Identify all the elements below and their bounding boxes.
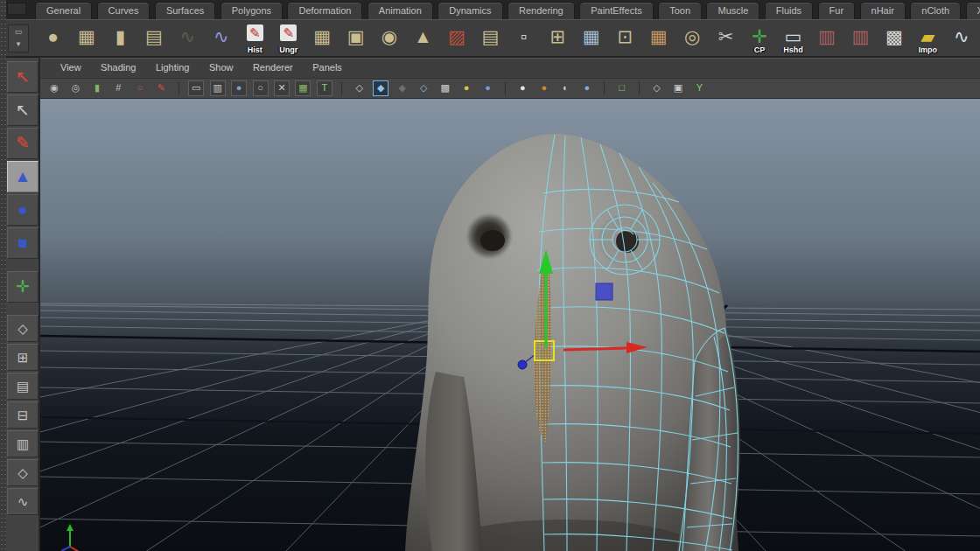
tab-ncloth[interactable]: nCloth	[910, 2, 961, 19]
render-sequence-icon[interactable]: ▥	[812, 22, 841, 55]
menu-panels[interactable]: Panels	[304, 59, 350, 73]
depth-of-field-icon[interactable]: ●	[579, 80, 595, 96]
hypershade-icon[interactable]: ▭ Hshd	[779, 22, 808, 55]
tab-general[interactable]: General	[35, 2, 92, 19]
mirror-geometry-icon[interactable]: ▫	[509, 22, 538, 55]
camera-attributes-icon[interactable]: ◎	[67, 80, 83, 96]
scale-tool[interactable]: ■	[7, 227, 38, 259]
rotate-tool[interactable]: ●	[7, 194, 38, 226]
poly-sphere-icon[interactable]: ●	[38, 22, 67, 55]
bookmark-icon[interactable]: ▮	[89, 80, 105, 96]
poly-cylinder-icon[interactable]: ▮	[106, 22, 135, 55]
wireframe-display-icon[interactable]: ◇	[352, 80, 368, 96]
bridge-icon[interactable]: ▦	[644, 22, 673, 55]
tab-muscle[interactable]: Muscle	[706, 2, 760, 19]
lattice-delete-icon[interactable]: ⊞	[543, 22, 572, 55]
helix-icon[interactable]: ∿	[173, 22, 202, 55]
occlusion-icon[interactable]: ●	[536, 80, 552, 96]
textured-display-icon[interactable]: ◆	[395, 80, 410, 96]
selected-face[interactable]	[596, 283, 612, 300]
film-gate-icon[interactable]: ▭	[188, 80, 204, 96]
checker-display-icon[interactable]: ▩	[438, 80, 453, 96]
layout-hypershade-persp[interactable]: ▥	[7, 430, 38, 457]
tab-deformation[interactable]: Deformation	[287, 2, 362, 19]
resolution-gate-icon[interactable]: ▥	[210, 80, 226, 96]
paint-region-icon[interactable]: ✎	[153, 80, 169, 96]
poly-plane-icon[interactable]: ▤	[139, 22, 168, 55]
scene-canvas[interactable]	[40, 99, 980, 551]
select-camera-icon[interactable]: ◉	[46, 80, 62, 96]
tab-fur[interactable]: Fur	[818, 2, 856, 19]
cut-faces-icon[interactable]: ✂	[711, 22, 740, 55]
tab-rendering[interactable]: Rendering	[508, 2, 575, 19]
tab-nhair[interactable]: nHair	[860, 2, 906, 19]
grid-display-icon[interactable]: #	[110, 80, 126, 96]
menu-renderer[interactable]: Renderer	[245, 59, 301, 73]
lasso-select-tool[interactable]: ↖	[7, 94, 38, 126]
menu-collapse-button[interactable]	[7, 3, 26, 15]
shelf-menu-button[interactable]: ▭ ▾	[8, 24, 29, 52]
combine-icon[interactable]: ▦	[308, 22, 337, 55]
layout-persp-graph[interactable]: ⊟	[7, 401, 38, 429]
gate-mask-icon[interactable]: ●	[231, 80, 247, 96]
import-icon[interactable]: ▰ Impo	[914, 22, 942, 55]
center-pivot-icon[interactable]: ✛ CP	[746, 22, 774, 55]
lasso-curve-icon[interactable]: ∿	[947, 22, 976, 55]
zoom-region-icon[interactable]: ○	[132, 80, 148, 96]
poly-cube-icon[interactable]: ▦	[72, 22, 101, 55]
isolate-select-icon[interactable]: □	[614, 80, 630, 96]
xray-active-components-icon[interactable]: ▣	[670, 80, 686, 96]
menu-view[interactable]: View	[52, 59, 89, 73]
smooth-icon[interactable]: ◉	[375, 22, 404, 55]
manipulator-x-shaft[interactable]	[564, 348, 628, 350]
menu-lighting[interactable]: Lighting	[148, 59, 198, 73]
tab-xgen[interactable]: XGen	[966, 2, 980, 19]
motion-blur-icon[interactable]: ◐	[557, 80, 573, 96]
ungroup-icon[interactable]: ✎ Ungr	[274, 22, 303, 55]
layout-persp-uv[interactable]: ◇	[7, 459, 38, 486]
extrude-icon[interactable]: ⊡	[611, 22, 640, 55]
xray-icon[interactable]: ◇	[649, 80, 665, 96]
all-lights-icon[interactable]: ●	[480, 80, 496, 96]
shadows-icon[interactable]: ●	[514, 80, 530, 96]
wireframe-on-shaded-icon[interactable]: ◇	[416, 80, 431, 96]
booleans-icon[interactable]: ▣	[341, 22, 370, 55]
xray-joints-icon[interactable]: Y	[692, 80, 708, 96]
safe-action-icon[interactable]: ✕	[274, 80, 290, 96]
tab-fluids[interactable]: Fluids	[765, 2, 813, 19]
tab-surfaces[interactable]: Surfaces	[155, 2, 215, 19]
layout-persp-outliner[interactable]: ▤	[7, 373, 38, 400]
tab-toon[interactable]: Toon	[658, 2, 702, 19]
menu-show[interactable]: Show	[201, 59, 242, 73]
layout-graph-editor[interactable]: ∿	[7, 488, 38, 515]
tab-dynamics[interactable]: Dynamics	[438, 2, 502, 19]
reduce-icon[interactable]: ▲	[409, 22, 438, 55]
title-text-icon[interactable]: T	[317, 80, 332, 96]
menu-shading[interactable]: Shading	[93, 59, 144, 73]
manipulator-center-square[interactable]	[535, 341, 554, 360]
smooth-shade-icon[interactable]: ◆	[373, 80, 388, 96]
manipulator-z-dot[interactable]	[518, 360, 527, 369]
tab-painteffects[interactable]: PaintEffects	[579, 2, 654, 19]
select-tool[interactable]: ↖	[7, 61, 38, 93]
layout-single-persp[interactable]: ◇	[7, 315, 38, 342]
circularize-icon[interactable]: ◎	[678, 22, 707, 55]
delete-history-icon[interactable]: ✎ Hist	[241, 22, 270, 55]
batch-render-icon[interactable]: ▥	[846, 22, 875, 55]
ep-curve-icon[interactable]: ∿	[206, 22, 235, 55]
universal-manipulator-tool[interactable]: ✛	[7, 271, 38, 303]
safe-title-icon[interactable]: ▦	[295, 80, 311, 96]
quadrangulate-icon[interactable]: ▤	[476, 22, 505, 55]
toolbar-separator	[636, 80, 642, 96]
layout-four-view[interactable]: ⊞	[7, 344, 38, 371]
tab-curves[interactable]: Curves	[97, 2, 150, 19]
triangulate-icon[interactable]: ▨	[442, 22, 471, 55]
tab-polygons[interactable]: Polygons	[220, 2, 283, 19]
field-chart-icon[interactable]: ○	[253, 80, 269, 96]
render-settings-icon[interactable]: ▩	[879, 22, 908, 55]
move-tool[interactable]: ▲	[7, 161, 38, 192]
tab-animation[interactable]: Animation	[368, 2, 433, 19]
extract-faces-icon[interactable]: ▦	[577, 22, 606, 55]
paint-select-tool[interactable]: ✎	[7, 128, 38, 159]
default-light-icon[interactable]: ●	[458, 80, 474, 96]
